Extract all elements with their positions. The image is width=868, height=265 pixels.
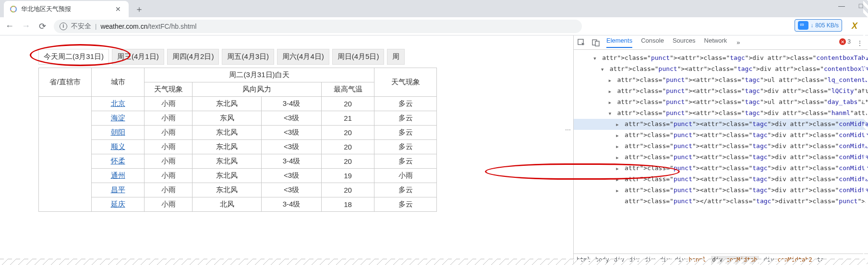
cell: 东北风 bbox=[193, 126, 262, 140]
day-tab[interactable]: 周日(4月5日) bbox=[332, 49, 385, 65]
table-row: 朝阳小雨东北风<3级20多云 bbox=[39, 126, 437, 140]
reload-button[interactable]: ⟳ bbox=[37, 21, 47, 32]
city-link[interactable]: 顺义 bbox=[92, 140, 145, 154]
dom-node[interactable]: attr">class="punct"><attr">class="tagc">… bbox=[574, 163, 868, 174]
th-weather2: 天气现象 bbox=[374, 68, 437, 97]
dom-node[interactable]: attr">class="punct"><attr">class="tagc">… bbox=[574, 75, 868, 86]
security-label: 不安全 bbox=[71, 22, 91, 31]
breadcrumb-item[interactable]: body bbox=[595, 256, 609, 263]
city-link[interactable]: 北京 bbox=[92, 97, 145, 111]
address-bar[interactable]: i 不安全 | weather.com.cn/textFC/hb.shtml bbox=[54, 20, 582, 33]
cell: 小雨 bbox=[374, 169, 437, 183]
day-tab[interactable]: 周六(4月4日) bbox=[277, 49, 329, 65]
cell: 东风 bbox=[193, 111, 262, 126]
error-count: 3 bbox=[847, 38, 851, 45]
day-tab[interactable]: 周 bbox=[387, 49, 405, 65]
breadcrumb-item[interactable]: div bbox=[660, 256, 670, 263]
cell: <3级 bbox=[262, 126, 322, 140]
cell: 东北风 bbox=[193, 183, 262, 197]
cell: 20 bbox=[322, 126, 374, 140]
cell: 小雨 bbox=[145, 97, 193, 111]
devtools-tab[interactable]: Elements bbox=[606, 37, 632, 48]
th-hitemp: 最高气温 bbox=[322, 82, 374, 97]
city-link[interactable]: 昌平 bbox=[92, 183, 145, 197]
browser-tab[interactable]: 华北地区天气预报 ✕ bbox=[4, 1, 129, 17]
dom-node[interactable]: attr">class="punct"><attr">class="tagc">… bbox=[574, 141, 868, 152]
splitter-icon[interactable]: ⋯ bbox=[565, 127, 571, 133]
dom-node[interactable]: attr">class="punct"><attr">class="tagc">… bbox=[574, 119, 868, 130]
devtools-tab[interactable]: Sources bbox=[673, 37, 696, 48]
tab-title: 华北地区天气预报 bbox=[21, 5, 113, 13]
cell: 18 bbox=[322, 197, 374, 212]
devtools-panel: ⋯ ElementsConsoleSourcesNetwork » ✕ 3 ⋮ … bbox=[573, 35, 868, 265]
city-link[interactable]: 朝阳 bbox=[92, 126, 145, 140]
city-link[interactable]: 海淀 bbox=[92, 111, 145, 126]
dom-tree[interactable]: attr">class="punct"><attr">class="tagc">… bbox=[574, 50, 868, 253]
cell: 多云 bbox=[374, 126, 437, 140]
error-badge[interactable]: ✕ 3 bbox=[839, 38, 851, 45]
cell: 东北风 bbox=[193, 140, 262, 154]
breadcrumb-item[interactable]: ta bbox=[817, 256, 824, 263]
city-link[interactable]: 延庆 bbox=[92, 197, 145, 212]
province-cell bbox=[39, 97, 92, 212]
back-button[interactable]: ← bbox=[5, 21, 14, 31]
day-tab[interactable]: 周五(4月3日) bbox=[222, 49, 274, 65]
devtools-tab[interactable]: Network bbox=[704, 37, 727, 48]
dom-node[interactable]: attr">class="punct"><attr">class="tagc">… bbox=[574, 108, 868, 119]
content-area: 今天周二(3月31日)周三(4月1日)周四(4月2日)周五(4月3日)周六(4月… bbox=[0, 35, 868, 265]
cloud-icon bbox=[798, 21, 808, 30]
cell: 小雨 bbox=[145, 126, 193, 140]
th-daytime: 周二(3月31日)白天 bbox=[145, 68, 374, 82]
table-row: 海淀小雨东风<3级21多云 bbox=[39, 111, 437, 126]
dom-node[interactable]: attr">class="punct"><attr">class="tagc">… bbox=[574, 174, 868, 185]
cell: 20 bbox=[322, 183, 374, 197]
more-tabs-icon[interactable]: » bbox=[736, 39, 740, 46]
city-link[interactable]: 通州 bbox=[92, 169, 145, 183]
breadcrumb-item[interactable]: div.conMidtab bbox=[711, 256, 759, 264]
day-tabs: 今天周二(3月31日)周三(4月1日)周四(4月2日)周五(4月3日)周六(4月… bbox=[38, 49, 573, 65]
inspect-icon[interactable] bbox=[578, 39, 585, 46]
window-controls: — □ bbox=[837, 2, 865, 10]
cell: 20 bbox=[322, 154, 374, 169]
cell: 多云 bbox=[374, 197, 437, 212]
cell: 小雨 bbox=[145, 111, 193, 126]
forward-button[interactable]: → bbox=[21, 21, 31, 31]
dom-node[interactable]: attr">class="punct"><attr">class="tagc">… bbox=[574, 53, 868, 64]
day-tab[interactable]: 今天周二(3月31日) bbox=[38, 49, 109, 65]
breadcrumb-item[interactable]: div bbox=[614, 256, 625, 263]
new-tab-button[interactable]: ＋ bbox=[133, 2, 146, 16]
extension-x-icon[interactable]: X bbox=[852, 21, 857, 31]
city-link[interactable]: 怀柔 bbox=[92, 154, 145, 169]
download-speed-badge[interactable]: ↓ 805 KB/s bbox=[795, 19, 842, 32]
cell: <3级 bbox=[262, 140, 322, 154]
day-tab[interactable]: 周三(4月1日) bbox=[112, 49, 164, 65]
breadcrumb-item[interactable]: div.hanml bbox=[675, 256, 706, 263]
browser-window: 华北地区天气预报 ✕ ＋ — □ ← → ⟳ i 不安全 | weather.c… bbox=[0, 0, 868, 265]
breadcrumb-item[interactable]: div bbox=[644, 256, 655, 263]
dom-node[interactable]: attr">class="punct"></attr">class="tagc"… bbox=[574, 196, 868, 206]
day-tab[interactable]: 周四(4月2日) bbox=[167, 49, 219, 65]
maximize-button[interactable]: □ bbox=[856, 2, 865, 10]
breadcrumb-item[interactable]: div bbox=[629, 256, 640, 263]
breadcrumb-item[interactable]: div.conMidtab2 bbox=[764, 256, 812, 263]
cell: 3-4级 bbox=[262, 197, 322, 212]
tab-close-icon[interactable]: ✕ bbox=[113, 5, 123, 13]
separator: | bbox=[95, 23, 96, 30]
dom-node[interactable]: attr">class="punct"><attr">class="tagc">… bbox=[574, 64, 868, 75]
th-weather: 天气现象 bbox=[145, 82, 193, 97]
dom-node[interactable]: attr">class="punct"><attr">class="tagc">… bbox=[574, 86, 868, 97]
dom-node[interactable]: attr">class="punct"><attr">class="tagc">… bbox=[574, 185, 868, 196]
devtools-menu-icon[interactable]: ⋮ bbox=[856, 39, 863, 47]
minimize-button[interactable]: — bbox=[837, 2, 846, 10]
devtools-toolbar: ElementsConsoleSourcesNetwork » ✕ 3 ⋮ bbox=[574, 35, 868, 50]
device-toggle-icon[interactable] bbox=[592, 39, 600, 46]
table-row: 北京小雨东北风3-4级20多云 bbox=[39, 97, 437, 111]
devtools-tab[interactable]: Console bbox=[641, 37, 664, 48]
weather-table: 省/直辖市 城市 周二(3月31日)白天 天气现象 天气现象 风向风力 最高气温… bbox=[38, 68, 437, 212]
dom-node[interactable]: attr">class="punct"><attr">class="tagc">… bbox=[574, 97, 868, 108]
dom-breadcrumb[interactable]: htmlbodydivdivdivdivdiv.hanmldiv.conMidt… bbox=[574, 253, 868, 265]
dom-node[interactable]: attr">class="punct"><attr">class="tagc">… bbox=[574, 152, 868, 163]
breadcrumb-item[interactable]: html bbox=[577, 256, 591, 263]
cell: 小雨 bbox=[145, 140, 193, 154]
dom-node[interactable]: attr">class="punct"><attr">class="tagc">… bbox=[574, 130, 868, 141]
